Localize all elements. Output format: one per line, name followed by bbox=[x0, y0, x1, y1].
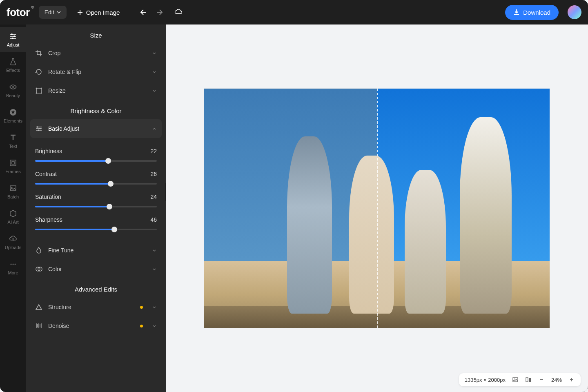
tool-label: Elements bbox=[4, 118, 22, 123]
tool-elements[interactable]: Elements bbox=[0, 103, 26, 128]
tool-text[interactable]: Text bbox=[0, 128, 26, 154]
cloud-up-icon bbox=[9, 234, 18, 243]
cloud-sync-button[interactable] bbox=[174, 8, 183, 16]
slider-value: 46 bbox=[150, 216, 157, 223]
slider-thumb[interactable] bbox=[105, 158, 111, 164]
open-label: Open Image bbox=[86, 9, 120, 16]
slider-label: Brightness bbox=[35, 148, 62, 154]
tool-label: Adjust bbox=[7, 42, 20, 47]
svg-point-3 bbox=[12, 86, 14, 88]
slider-track[interactable] bbox=[35, 183, 157, 185]
chevron-down-icon bbox=[152, 305, 157, 310]
image-canvas[interactable] bbox=[204, 89, 550, 328]
tool-aiart[interactable]: AI Art bbox=[0, 204, 26, 229]
slider-value: 26 bbox=[150, 171, 157, 177]
download-button[interactable]: Download bbox=[505, 5, 559, 20]
tool-label: Batch bbox=[7, 194, 19, 199]
redo-button[interactable] bbox=[156, 8, 165, 16]
brand-logo: fotor bbox=[7, 6, 34, 19]
row-denoise[interactable]: Denoise bbox=[26, 316, 166, 335]
undo-button[interactable] bbox=[138, 8, 147, 16]
status-bar: 1335px × 2000px 24% bbox=[459, 373, 581, 386]
chevron-down-icon bbox=[57, 10, 61, 14]
row-color[interactable]: Color bbox=[26, 260, 166, 278]
arrow-left-icon bbox=[138, 8, 147, 16]
image-figure bbox=[287, 136, 332, 314]
section-title-advanced: Advanced Edits bbox=[26, 278, 166, 298]
sliders-container: Brightness22 Contrast26 Saturation24 Sha… bbox=[26, 138, 166, 241]
row-basic-adjust[interactable]: Basic Adjust bbox=[30, 119, 162, 138]
row-label: Crop bbox=[48, 50, 146, 56]
row-resize[interactable]: Resize bbox=[26, 81, 166, 100]
svg-point-9 bbox=[11, 264, 12, 265]
chevron-down-icon bbox=[152, 267, 157, 272]
svg-rect-24 bbox=[526, 378, 528, 382]
zoom-in-button[interactable] bbox=[568, 376, 575, 383]
slider-label: Sharpness bbox=[35, 216, 62, 223]
tool-label: More bbox=[8, 270, 18, 275]
slider-thumb[interactable] bbox=[111, 227, 117, 232]
zoom-level: 24% bbox=[551, 377, 562, 383]
image-figure bbox=[405, 170, 446, 314]
plus-icon bbox=[77, 9, 83, 15]
tool-label: Text bbox=[9, 144, 17, 149]
slider-thumb[interactable] bbox=[108, 181, 114, 187]
chevron-down-icon bbox=[152, 69, 157, 74]
slider-thumb[interactable] bbox=[107, 204, 112, 209]
adjust-panel: Size Crop Rotate & Flip Resize Brightnes… bbox=[26, 24, 166, 392]
row-crop[interactable]: Crop bbox=[26, 44, 166, 62]
row-label: Basic Adjust bbox=[48, 125, 146, 132]
tool-beauty[interactable]: Beauty bbox=[0, 78, 26, 103]
tool-batch[interactable]: Batch bbox=[0, 179, 26, 204]
tool-more[interactable]: More bbox=[0, 255, 26, 280]
sidebar-toolbar: Adjust Effects Beauty Elements Text Fram… bbox=[0, 24, 26, 392]
row-fine-tune[interactable]: Fine Tune bbox=[26, 241, 166, 260]
fit-to-screen-button[interactable] bbox=[512, 376, 519, 383]
slider-track[interactable] bbox=[35, 229, 157, 230]
frame-icon bbox=[9, 158, 18, 167]
open-image-button[interactable]: Open Image bbox=[71, 6, 126, 19]
tool-label: Uploads bbox=[5, 245, 21, 250]
svg-point-17 bbox=[37, 126, 38, 127]
chevron-down-icon bbox=[152, 248, 157, 253]
flask-icon bbox=[9, 57, 18, 66]
tool-effects[interactable]: Effects bbox=[0, 52, 26, 78]
compare-button[interactable] bbox=[525, 376, 532, 383]
svg-point-2 bbox=[12, 38, 13, 39]
svg-point-1 bbox=[13, 36, 15, 37]
download-label: Download bbox=[523, 9, 550, 16]
row-rotate-flip[interactable]: Rotate & Flip bbox=[26, 62, 166, 81]
tool-label: Effects bbox=[6, 68, 20, 73]
row-structure[interactable]: Structure bbox=[26, 298, 166, 316]
section-title-brightness-color: Brightness & Color bbox=[26, 100, 166, 119]
tool-adjust[interactable]: Adjust bbox=[0, 27, 26, 52]
premium-dot bbox=[140, 306, 143, 309]
image-dimensions: 1335px × 2000px bbox=[465, 377, 506, 383]
triangle-icon bbox=[35, 303, 42, 311]
download-icon bbox=[513, 9, 520, 16]
svg-point-0 bbox=[11, 33, 13, 35]
row-label: Color bbox=[48, 266, 146, 272]
svg-point-16 bbox=[41, 93, 42, 94]
slider-track[interactable] bbox=[35, 160, 157, 162]
edit-menu-button[interactable]: Edit bbox=[39, 6, 67, 19]
cloud-icon bbox=[174, 8, 183, 17]
svg-point-13 bbox=[36, 88, 37, 89]
row-label: Resize bbox=[48, 87, 146, 94]
adjust-icon bbox=[35, 125, 42, 132]
edit-label: Edit bbox=[45, 9, 54, 16]
chevron-down-icon bbox=[152, 51, 157, 56]
collapse-panel-button[interactable] bbox=[165, 183, 166, 201]
dots-icon bbox=[9, 260, 18, 269]
zoom-out-button[interactable] bbox=[538, 376, 545, 383]
tool-uploads[interactable]: Uploads bbox=[0, 229, 26, 255]
compare-divider[interactable] bbox=[377, 89, 378, 328]
chevron-down-icon bbox=[152, 88, 157, 93]
canvas-area[interactable]: 1335px × 2000px 24% bbox=[166, 24, 588, 392]
svg-point-19 bbox=[38, 129, 39, 131]
row-label: Denoise bbox=[48, 323, 134, 329]
slider-track[interactable] bbox=[35, 206, 157, 207]
tool-frames[interactable]: Frames bbox=[0, 154, 26, 179]
row-label: Structure bbox=[48, 304, 134, 310]
avatar[interactable] bbox=[568, 5, 581, 19]
